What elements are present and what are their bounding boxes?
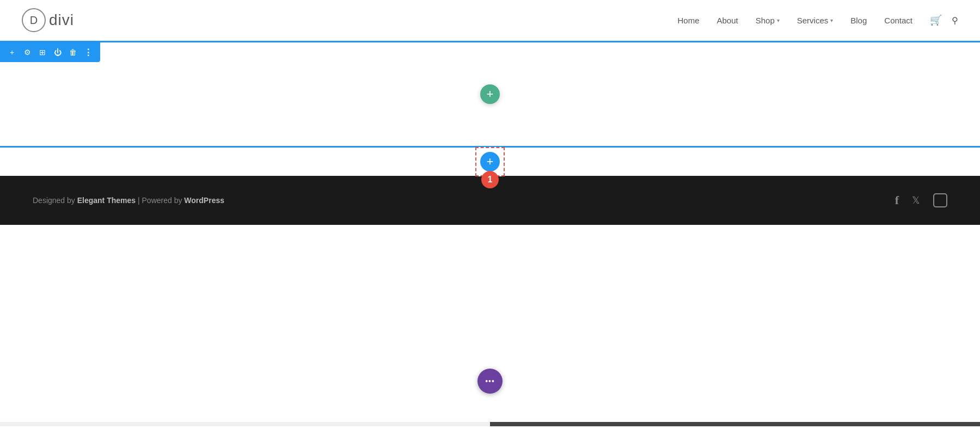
below-footer-area: ••• (0, 225, 980, 426)
logo-text: divi (49, 11, 74, 29)
section-wrapper: + ⚙ ⊞ ⏻ 🗑 ⋮ + + (0, 41, 980, 176)
nav-item-shop[interactable]: Shop ▾ (756, 16, 780, 25)
bottom-bar-left (0, 422, 490, 426)
add-section-button[interactable]: + (480, 152, 500, 171)
nav-item-home[interactable]: Home (677, 16, 699, 25)
main-nav: Home About Shop ▾ Services ▾ Blog Contac… (677, 14, 958, 26)
logo-letter: D (30, 14, 38, 27)
footer-text: Designed by Elegant Themes | Powered by … (33, 196, 224, 205)
services-chevron-icon: ▾ (830, 17, 833, 23)
toolbar-layout-button[interactable]: ⊞ (36, 46, 49, 59)
toolbar-power-icon: ⏻ (54, 48, 62, 57)
add-content-plus-icon: + (487, 87, 494, 101)
search-icon: ⚲ (952, 15, 958, 26)
toolbar-plus-icon: + (10, 48, 14, 57)
cart-button[interactable]: 🛒 (930, 14, 942, 26)
logo-circle: D (22, 8, 46, 32)
toolbar-settings-button[interactable]: ⚙ (21, 46, 34, 59)
add-content-button[interactable]: + (480, 84, 500, 104)
nav-item-blog[interactable]: Blog (850, 16, 867, 25)
logo[interactable]: D divi (22, 8, 74, 32)
toolbar-more-button[interactable]: ⋮ (82, 46, 95, 59)
floating-more-icon: ••• (485, 377, 495, 385)
add-section-container: + 1 (475, 147, 505, 176)
nav-item-contact[interactable]: Contact (884, 16, 912, 25)
elegant-themes-link[interactable]: Elegant Themes (77, 196, 136, 205)
main-section: + (0, 42, 980, 146)
cart-icon: 🛒 (930, 14, 942, 26)
toolbar-add-button[interactable]: + (5, 46, 19, 59)
toolbar-more-icon: ⋮ (84, 47, 93, 58)
nav-item-about[interactable]: About (716, 16, 738, 25)
add-section-plus-icon: + (487, 155, 494, 169)
notification-badge: 1 (481, 171, 499, 188)
footer-social-icons: f 𝕏 (895, 193, 947, 207)
toolbar-settings-icon: ⚙ (24, 48, 31, 57)
toolbar-delete-icon: 🗑 (69, 48, 77, 57)
bottom-bar-right (490, 422, 980, 426)
floating-more-button[interactable]: ••• (477, 369, 503, 394)
bottom-bar (0, 422, 980, 426)
wordpress-link[interactable]: WordPress (184, 196, 224, 205)
search-button[interactable]: ⚲ (952, 15, 958, 26)
shop-chevron-icon: ▾ (777, 17, 780, 23)
toolbar-delete-button[interactable]: 🗑 (66, 46, 79, 59)
toolbar: + ⚙ ⊞ ⏻ 🗑 ⋮ (0, 42, 100, 62)
twitter-icon[interactable]: 𝕏 (912, 194, 920, 206)
nav-item-services[interactable]: Services ▾ (797, 16, 834, 25)
header: D divi Home About Shop ▾ Services ▾ Blog… (0, 0, 980, 41)
facebook-icon[interactable]: f (895, 193, 899, 207)
nav-icons: 🛒 ⚲ (930, 14, 958, 26)
toolbar-power-button[interactable]: ⏻ (51, 46, 64, 59)
instagram-icon[interactable] (933, 193, 947, 207)
toolbar-layout-icon: ⊞ (39, 48, 46, 57)
add-section-row: + 1 (0, 146, 980, 176)
